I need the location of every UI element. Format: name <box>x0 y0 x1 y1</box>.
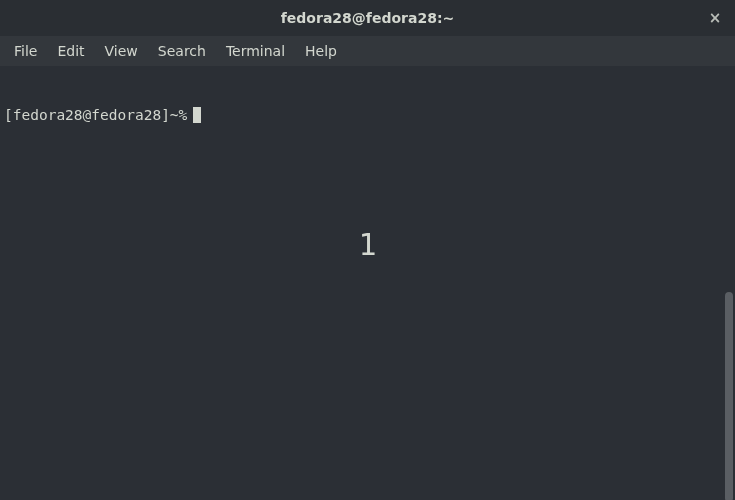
terminal-content: [fedora28@fedora28]~% <box>0 66 735 164</box>
shell-prompt: [fedora28@fedora28]~% <box>4 106 187 125</box>
menu-terminal[interactable]: Terminal <box>216 39 295 63</box>
terminal-area[interactable]: [fedora28@fedora28]~% <box>0 66 735 500</box>
menu-file[interactable]: File <box>4 39 47 63</box>
menu-view[interactable]: View <box>95 39 148 63</box>
window-titlebar: fedora28@fedora28:~ × <box>0 0 735 36</box>
menu-help[interactable]: Help <box>295 39 347 63</box>
cursor-block <box>193 107 201 123</box>
close-button[interactable]: × <box>703 6 727 30</box>
scrollbar-track[interactable] <box>723 66 735 500</box>
menu-search[interactable]: Search <box>148 39 216 63</box>
prompt-line: [fedora28@fedora28]~% <box>4 106 731 125</box>
window-title: fedora28@fedora28:~ <box>281 10 454 26</box>
scrollbar-thumb[interactable] <box>725 292 733 500</box>
menubar: File Edit View Search Terminal Help <box>0 36 735 66</box>
menu-edit[interactable]: Edit <box>47 39 94 63</box>
close-icon: × <box>709 9 722 27</box>
